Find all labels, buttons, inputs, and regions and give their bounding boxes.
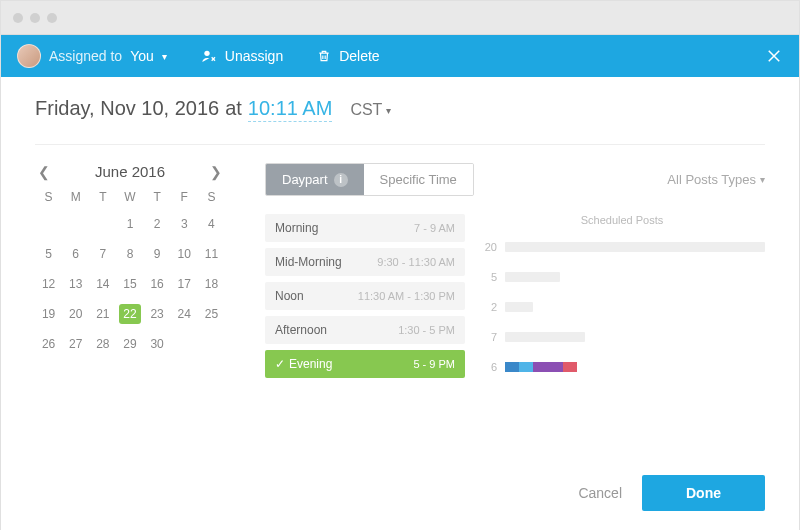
calendar-day[interactable]: 6: [65, 244, 87, 264]
calendar-day[interactable]: 7: [92, 244, 114, 264]
assigned-label: Assigned to: [49, 48, 122, 64]
calendar-day[interactable]: 17: [173, 274, 195, 294]
calendar-day[interactable]: 27: [65, 334, 87, 354]
calendar-day[interactable]: 21: [92, 304, 114, 324]
schedule-count: 20: [479, 241, 497, 253]
calendar-day[interactable]: 30: [146, 334, 168, 354]
schedule-row: 2: [479, 296, 765, 318]
calendar-dow: S: [35, 190, 62, 204]
traffic-light-min[interactable]: [30, 13, 40, 23]
calendar-dow: T: [89, 190, 116, 204]
svg-point-0: [204, 51, 209, 56]
time-link[interactable]: 10:11 AM: [248, 97, 333, 122]
date-text: Friday, Nov 10, 2016: [35, 97, 219, 120]
calendar-day[interactable]: 19: [38, 304, 60, 324]
chevron-down-icon: ▾: [162, 51, 167, 62]
schedule-bar: [505, 302, 533, 312]
post-filter-label: All Posts Types: [667, 172, 756, 187]
calendar-day[interactable]: 5: [38, 244, 60, 264]
schedule-count: 2: [479, 301, 497, 313]
daypart-option[interactable]: Morning7 - 9 AM: [265, 214, 465, 242]
schedule-bar: [505, 272, 560, 282]
calendar-day[interactable]: 3: [173, 214, 195, 234]
calendar-day[interactable]: 1: [119, 214, 141, 234]
calendar-dow: W: [116, 190, 143, 204]
calendar-day[interactable]: 22: [119, 304, 141, 324]
calendar-day[interactable]: 4: [200, 214, 222, 234]
calendar-day[interactable]: 23: [146, 304, 168, 324]
schedule-count: 7: [479, 331, 497, 343]
tab-daypart[interactable]: Daypart i: [266, 164, 364, 195]
info-icon[interactable]: i: [334, 173, 348, 187]
calendar-day[interactable]: 13: [65, 274, 87, 294]
calendar-day[interactable]: 8: [119, 244, 141, 264]
daypart-list: Morning7 - 9 AMMid-Morning9:30 - 11:30 A…: [265, 214, 465, 386]
schedule-row: 5: [479, 266, 765, 288]
calendar-day[interactable]: 24: [173, 304, 195, 324]
schedule-bar: [505, 242, 765, 252]
schedule-bar: [505, 332, 585, 342]
calendar-day[interactable]: 28: [92, 334, 114, 354]
calendar-dow: F: [171, 190, 198, 204]
daypart-range: 5 - 9 PM: [413, 358, 455, 370]
schedule-count: 6: [479, 361, 497, 373]
calendar-day[interactable]: 16: [146, 274, 168, 294]
calendar-day[interactable]: 18: [200, 274, 222, 294]
daypart-name: Noon: [275, 289, 304, 303]
schedule-row: 20: [479, 236, 765, 258]
action-toolbar: Assigned to You ▾ Unassign Delete: [1, 35, 799, 77]
calendar-day[interactable]: 14: [92, 274, 114, 294]
assigned-value: You: [130, 48, 154, 64]
calendar-day[interactable]: 26: [38, 334, 60, 354]
calendar-next[interactable]: ❯: [207, 164, 225, 180]
schedule-count: 5: [479, 271, 497, 283]
close-button[interactable]: [765, 47, 783, 65]
at-text: at: [225, 97, 242, 120]
daypart-option[interactable]: Mid-Morning9:30 - 11:30 AM: [265, 248, 465, 276]
calendar-day[interactable]: 11: [200, 244, 222, 264]
delete-label: Delete: [339, 48, 379, 64]
delete-button[interactable]: Delete: [317, 48, 379, 64]
daypart-name: Afternoon: [275, 323, 327, 337]
calendar-day[interactable]: 25: [200, 304, 222, 324]
calendar-day[interactable]: 9: [146, 244, 168, 264]
calendar: ❮ June 2016 ❯ SMTWTFS 123456789101112131…: [35, 163, 225, 386]
daypart-name: Morning: [275, 221, 318, 235]
calendar-day[interactable]: 10: [173, 244, 195, 264]
avatar: [17, 44, 41, 68]
calendar-dow: S: [198, 190, 225, 204]
calendar-dow: M: [62, 190, 89, 204]
scheduled-posts-title: Scheduled Posts: [479, 214, 765, 226]
divider: [35, 144, 765, 145]
calendar-day[interactable]: 20: [65, 304, 87, 324]
timezone-dropdown[interactable]: CST ▾: [350, 101, 391, 119]
cancel-button[interactable]: Cancel: [578, 485, 622, 501]
calendar-day[interactable]: 2: [146, 214, 168, 234]
schedule-dateline: Friday, Nov 10, 2016 at 10:11 AM CST ▾: [35, 97, 765, 122]
daypart-range: 11:30 AM - 1:30 PM: [358, 290, 455, 302]
tab-specific-label: Specific Time: [380, 172, 457, 187]
daypart-option[interactable]: Noon11:30 AM - 1:30 PM: [265, 282, 465, 310]
user-x-icon: [201, 48, 217, 64]
daypart-option[interactable]: Afternoon1:30 - 5 PM: [265, 316, 465, 344]
traffic-light-close[interactable]: [13, 13, 23, 23]
unassign-button[interactable]: Unassign: [201, 48, 283, 64]
traffic-light-max[interactable]: [47, 13, 57, 23]
daypart-range: 7 - 9 AM: [414, 222, 455, 234]
calendar-day[interactable]: 29: [119, 334, 141, 354]
timezone-label: CST: [350, 101, 382, 119]
assigned-to-dropdown[interactable]: Assigned to You ▾: [17, 44, 167, 68]
tab-specific-time[interactable]: Specific Time: [364, 164, 473, 195]
calendar-month-label: June 2016: [53, 163, 207, 180]
daypart-option[interactable]: ✓Evening5 - 9 PM: [265, 350, 465, 378]
window-titlebar: [1, 1, 799, 35]
calendar-dow: T: [144, 190, 171, 204]
trash-icon: [317, 48, 331, 64]
close-icon: [765, 47, 783, 65]
done-button[interactable]: Done: [642, 475, 765, 511]
calendar-day[interactable]: 15: [119, 274, 141, 294]
calendar-day[interactable]: 12: [38, 274, 60, 294]
calendar-prev[interactable]: ❮: [35, 164, 53, 180]
post-type-filter[interactable]: All Posts Types ▾: [667, 172, 765, 187]
chevron-down-icon: ▾: [760, 174, 765, 185]
